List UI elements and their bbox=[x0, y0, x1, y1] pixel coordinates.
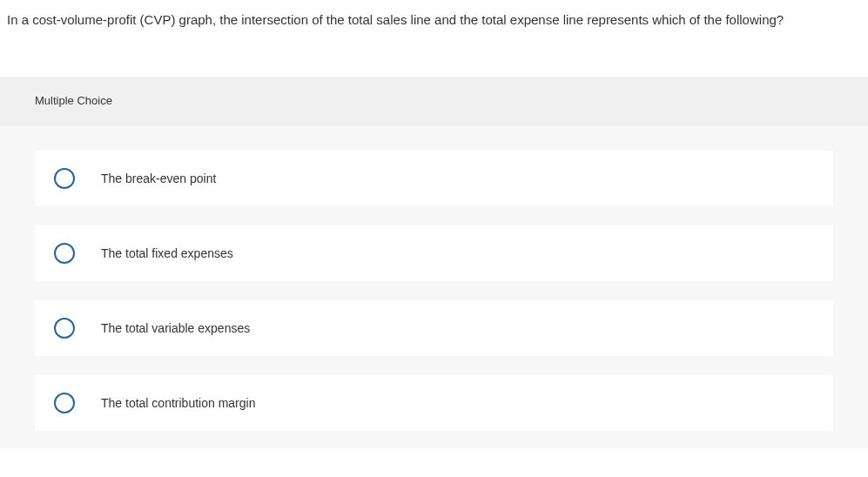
radio-icon[interactable] bbox=[54, 243, 75, 264]
option-label: The total variable expenses bbox=[101, 321, 250, 335]
option-row[interactable]: The total fixed expenses bbox=[35, 225, 833, 281]
radio-icon[interactable] bbox=[54, 393, 75, 413]
option-row[interactable]: The break-even point bbox=[35, 151, 833, 206]
option-label: The total contribution margin bbox=[101, 396, 255, 410]
option-label: The break-even point bbox=[101, 171, 216, 185]
radio-icon[interactable] bbox=[54, 318, 75, 339]
radio-icon[interactable] bbox=[54, 168, 75, 189]
option-row[interactable]: The total contribution margin bbox=[35, 375, 833, 431]
question-text: In a cost-volume-profit (CVP) graph, the… bbox=[0, 0, 868, 29]
section-header: Multiple Choice bbox=[0, 77, 868, 126]
option-label: The total fixed expenses bbox=[101, 246, 233, 260]
option-row[interactable]: The total variable expenses bbox=[35, 300, 833, 356]
options-container: The break-even point The total fixed exp… bbox=[0, 126, 868, 448]
answer-section: Multiple Choice The break-even point The… bbox=[0, 77, 868, 448]
